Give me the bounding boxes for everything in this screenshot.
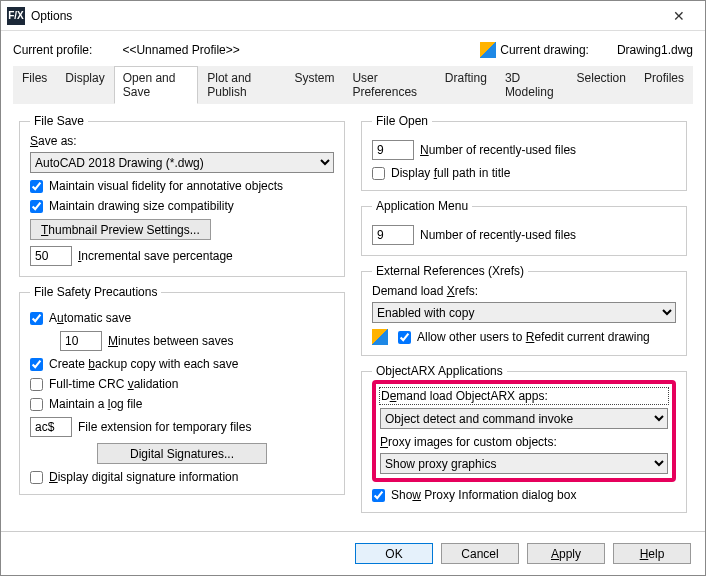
close-button[interactable]: ✕ xyxy=(659,8,699,24)
legend-xrefs: External References (Xrefs) xyxy=(372,264,528,278)
highlight-box: Demand load ObjectARX apps: Object detec… xyxy=(372,380,676,482)
legend-file-open: File Open xyxy=(372,114,432,128)
appmenu-recent-input[interactable] xyxy=(372,225,414,245)
demand-arx-label: Demand load ObjectARX apps: xyxy=(380,388,668,404)
drawing-icon xyxy=(480,42,496,58)
group-app-menu: Application Menu Number of recently-used… xyxy=(361,199,687,256)
thumbnail-settings-button[interactable]: Thumbnail Preview Settings... xyxy=(30,219,211,240)
apply-button[interactable]: Apply xyxy=(527,543,605,564)
group-file-open: File Open Number of recently-used files … xyxy=(361,114,687,191)
recent-files-input[interactable] xyxy=(372,140,414,160)
chk-allow-refedit[interactable]: Allow other users to Refedit current dra… xyxy=(398,330,650,344)
chk-backup[interactable]: Create backup copy with each save xyxy=(30,357,334,371)
chk-size-compat[interactable]: Maintain drawing size compatibility xyxy=(30,199,334,213)
ext-input[interactable] xyxy=(30,417,72,437)
button-bar: OK Cancel Apply Help xyxy=(1,531,705,575)
proxy-images-select[interactable]: Show proxy graphics xyxy=(380,453,668,474)
group-file-safety: File Safety Precautions Automatic save M… xyxy=(19,285,345,495)
save-as-label: Save as: xyxy=(30,134,334,148)
tab-strip: FilesDisplayOpen and SavePlot and Publis… xyxy=(13,65,693,104)
current-profile-value: <<Unnamed Profile>> xyxy=(122,43,239,57)
recent-files-label: Number of recently-used files xyxy=(420,143,576,157)
tab-files[interactable]: Files xyxy=(13,66,56,104)
tab-system[interactable]: System xyxy=(285,66,343,104)
chk-crc[interactable]: Full-time CRC validation xyxy=(30,377,334,391)
appmenu-recent-label: Number of recently-used files xyxy=(420,228,576,242)
app-icon: F/X xyxy=(7,7,25,25)
tab-profiles[interactable]: Profiles xyxy=(635,66,693,104)
options-window: F/X Options ✕ Current profile: <<Unnamed… xyxy=(0,0,706,576)
tab-drafting[interactable]: Drafting xyxy=(436,66,496,104)
titlebar: F/X Options ✕ xyxy=(1,1,705,31)
group-objectarx: ObjectARX Applications Demand load Objec… xyxy=(361,364,687,513)
chk-annotative[interactable]: Maintain visual fidelity for annotative … xyxy=(30,179,334,193)
demand-xrefs-label: Demand load Xrefs: xyxy=(372,284,676,298)
legend-file-save: File Save xyxy=(30,114,88,128)
tab-open-and-save[interactable]: Open and Save xyxy=(114,66,199,104)
tab-display[interactable]: Display xyxy=(56,66,113,104)
minutes-input[interactable] xyxy=(60,331,102,351)
current-drawing-label: Current drawing: xyxy=(500,43,589,57)
ok-button[interactable]: OK xyxy=(355,543,433,564)
tab-3d-modeling[interactable]: 3D Modeling xyxy=(496,66,568,104)
profile-row: Current profile: <<Unnamed Profile>> Cur… xyxy=(13,39,693,61)
chk-auto-save[interactable]: Automatic save xyxy=(30,311,334,325)
tab-selection[interactable]: Selection xyxy=(568,66,635,104)
incremental-save-input[interactable] xyxy=(30,246,72,266)
tab-plot-and-publish[interactable]: Plot and Publish xyxy=(198,66,285,104)
current-profile-label: Current profile: xyxy=(13,43,92,57)
legend-file-safety: File Safety Precautions xyxy=(30,285,161,299)
legend-app-menu: Application Menu xyxy=(372,199,472,213)
chk-full-path[interactable]: Display full path in title xyxy=(372,166,676,180)
help-button[interactable]: Help xyxy=(613,543,691,564)
ext-label: File extension for temporary files xyxy=(78,420,251,434)
window-title: Options xyxy=(31,9,659,23)
digital-signatures-button[interactable]: Digital Signatures... xyxy=(97,443,267,464)
demand-arx-select[interactable]: Object detect and command invoke xyxy=(380,408,668,429)
tab-pane: File Save Save as: AutoCAD 2018 Drawing … xyxy=(13,104,693,519)
cancel-button[interactable]: Cancel xyxy=(441,543,519,564)
legend-objectarx: ObjectARX Applications xyxy=(372,364,507,378)
incremental-save-label: Incremental save percentage xyxy=(78,249,233,263)
group-xrefs: External References (Xrefs) Demand load … xyxy=(361,264,687,356)
save-as-select[interactable]: AutoCAD 2018 Drawing (*.dwg) xyxy=(30,152,334,173)
minutes-label: Minutes between saves xyxy=(108,334,233,348)
demand-xrefs-select[interactable]: Enabled with copy xyxy=(372,302,676,323)
current-drawing-value: Drawing1.dwg xyxy=(617,43,693,57)
chk-show-proxy[interactable]: Show Proxy Information dialog box xyxy=(372,488,676,502)
chk-dsig[interactable]: Display digital signature information xyxy=(30,470,334,484)
group-file-save: File Save Save as: AutoCAD 2018 Drawing … xyxy=(19,114,345,277)
proxy-images-label: Proxy images for custom objects: xyxy=(380,435,668,449)
drawing-icon xyxy=(372,329,388,345)
chk-log[interactable]: Maintain a log file xyxy=(30,397,334,411)
tab-user-preferences[interactable]: User Preferences xyxy=(343,66,435,104)
